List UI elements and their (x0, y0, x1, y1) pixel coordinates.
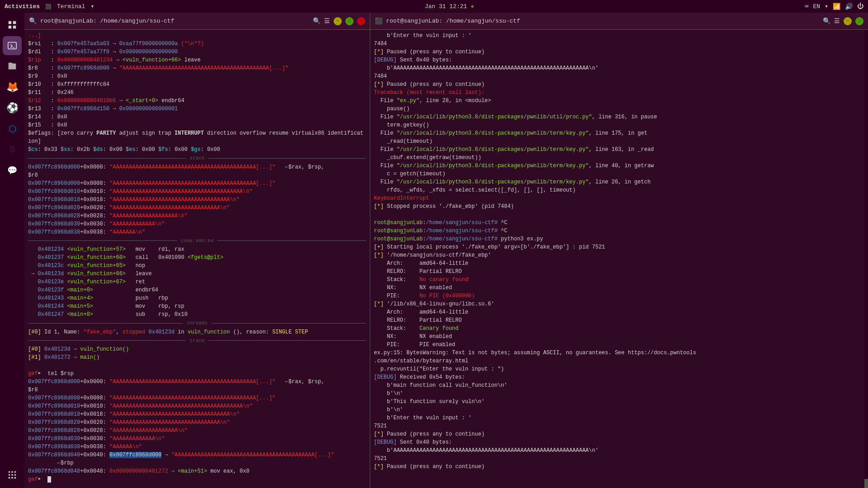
right-terminal: ⬛ root@sangjunLab: /home/sangjun/ssu-ctf… (370, 13, 868, 488)
network-icon[interactable]: 📶 (833, 3, 840, 10)
right-terminal-titlebar: ⬛ root@sangjunLab: /home/sangjun/ssu-ctf… (370, 13, 868, 30)
system-bar-center: Jan 31 12:21 ● (425, 3, 474, 10)
left-terminal-body: ...] $rsi : 0x007fe457aa5a03 → 0xaa77f00… (24, 30, 370, 488)
left-titlebar-controls: 🔍 ☰ ─ □ ✕ (313, 17, 365, 25)
system-bar: Activities ⬛ Terminal ▾ Jan 31 12:21 ● ⌨… (0, 0, 868, 13)
threads-divider: threads (28, 319, 366, 327)
activities-label[interactable]: Activities (5, 3, 40, 10)
svg-point-13 (11, 477, 13, 479)
system-bar-left: Activities ⬛ Terminal ▾ (5, 3, 94, 10)
trace-divider: trace (28, 337, 366, 345)
svg-point-11 (14, 474, 16, 476)
right-minimize-btn[interactable]: ─ (844, 17, 852, 25)
svg-point-10 (11, 474, 13, 476)
sidebar-item-files[interactable] (3, 57, 22, 76)
language-arrow: ▾ (825, 3, 828, 10)
sidebar-item-launcher[interactable] (3, 15, 22, 34)
status-dot: ● (471, 3, 474, 10)
volume-icon[interactable]: 🔊 (845, 3, 853, 10)
terminal-tab-label[interactable]: Terminal (57, 3, 85, 10)
right-terminal-body: b'Enter the vuln input : ' 7484 [*] Paus… (370, 30, 868, 488)
terminal-tab-arrow: ▾ (90, 3, 94, 10)
right-search-btn[interactable]: 🔍 (823, 17, 830, 25)
left-search-btn[interactable]: 🔍 (313, 17, 321, 25)
right-terminal-icon: ⬛ (375, 17, 382, 25)
sidebar-item-vscode[interactable]: ⬡ (3, 119, 22, 138)
right-menu-btn[interactable]: ☰ (834, 17, 840, 25)
datetime-label: Jan 31 12:21 (425, 3, 467, 10)
sidebar-item-terminal[interactable] (3, 36, 22, 55)
left-terminal-title: root@sangjunLab: /home/sangjun/ssu-ctf (40, 18, 174, 24)
svg-point-8 (14, 471, 16, 473)
sidebar-item-firefox[interactable]: 🦊 (3, 78, 22, 97)
sidebar-item-chrome[interactable]: ⚽ (3, 99, 22, 117)
power-icon[interactable]: ⏻ (857, 3, 863, 10)
left-terminal: 🔍 root@sangjunLab: /home/sangjun/ssu-ctf… (24, 13, 370, 488)
terminal-tab-icon: ⬛ (45, 4, 52, 9)
svg-point-6 (9, 471, 10, 473)
svg-rect-0 (9, 21, 11, 24)
stack-divider: stack (28, 155, 366, 162)
svg-point-9 (9, 474, 10, 476)
left-terminal-search-icon[interactable]: 🔍 (29, 17, 37, 25)
svg-rect-1 (13, 21, 16, 24)
code-divider: code:x86:64 (28, 237, 366, 245)
keyboard-icon[interactable]: ⌨ (805, 3, 808, 10)
right-scrollbar-thumb[interactable] (864, 479, 868, 488)
right-titlebar-controls: 🔍 ☰ ─ □ (823, 17, 863, 25)
left-terminal-titlebar: 🔍 root@sangjunLab: /home/sangjun/ssu-ctf… (24, 13, 370, 30)
sidebar: 🦊 ⚽ ⬡ S 💬 (0, 13, 24, 488)
main-content: 🔍 root@sangjunLab: /home/sangjun/ssu-ctf… (24, 13, 868, 488)
svg-point-14 (14, 477, 16, 479)
sidebar-item-slack[interactable]: S (3, 140, 22, 159)
right-terminal-title: root@sangjunLab: /home/sangjun/ssu-ctf (386, 18, 520, 24)
left-minimize-btn[interactable]: ─ (334, 17, 342, 25)
svg-point-7 (11, 471, 13, 473)
right-scrollbar[interactable] (864, 30, 868, 488)
svg-rect-2 (9, 26, 11, 28)
left-close-btn[interactable]: ✕ (357, 17, 365, 25)
left-maximize-btn[interactable]: □ (345, 17, 354, 25)
sidebar-item-discord[interactable]: 💬 (3, 161, 22, 180)
language-label[interactable]: EN (813, 3, 821, 10)
system-bar-right: ⌨ EN ▾ 📶 🔊 ⏻ (805, 3, 863, 10)
svg-point-12 (9, 477, 10, 479)
svg-rect-3 (13, 26, 16, 28)
right-maximize-btn[interactable]: □ (855, 17, 863, 25)
left-menu-btn[interactable]: ☰ (324, 17, 330, 25)
sidebar-item-appgrid[interactable] (3, 465, 22, 484)
